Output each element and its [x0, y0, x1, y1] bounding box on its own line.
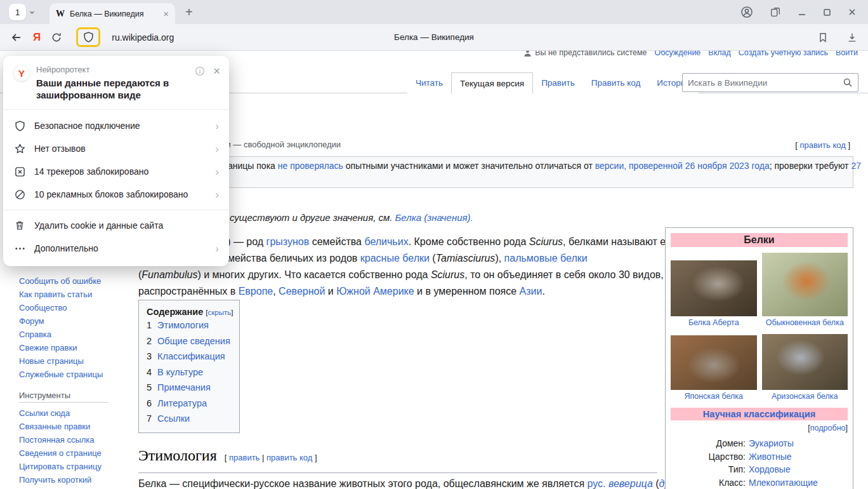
image-caption-link[interactable]: Белка Аберта	[671, 318, 757, 328]
wiki-link[interactable]: скрыть	[208, 309, 232, 316]
panels-icon[interactable]	[770, 6, 781, 18]
tab-close-icon[interactable]: ×	[163, 9, 169, 18]
section-edit-links: [ править | править код ]	[225, 453, 317, 462]
wiki-link[interactable]: пальмовые белки	[504, 253, 588, 264]
wiki-link[interactable]: править код	[799, 140, 845, 150]
popup-close-icon[interactable]: ×	[213, 67, 220, 76]
search-input[interactable]	[688, 78, 843, 88]
avatar-icon[interactable]	[740, 6, 753, 18]
sidebar-link[interactable]: Свежие правки	[19, 341, 131, 354]
image-caption-link[interactable]: Аризонская белка	[762, 392, 848, 401]
wiki-link[interactable]: грызунов	[266, 236, 310, 247]
taxon-value-link[interactable]: Хордовые	[749, 463, 791, 476]
back-button[interactable]	[10, 31, 23, 44]
sidebar-link[interactable]: Справка	[19, 328, 131, 341]
sidebar-link[interactable]: Сведения о странице	[19, 446, 131, 460]
downloads-icon[interactable]	[846, 32, 858, 43]
chevron-right-icon: ›	[215, 144, 219, 154]
wiki-link[interactable]: беличьих	[364, 236, 408, 247]
protect-shield-button[interactable]	[82, 31, 95, 43]
popup-item-3[interactable]: 14 трекеров заблокировано›	[3, 160, 229, 183]
wiki-link[interactable]: править	[229, 453, 260, 462]
text-run: .	[542, 286, 544, 297]
popup-item-4[interactable]: 10 рекламных блоков заблокировано›	[3, 183, 229, 206]
search-icon[interactable]	[843, 77, 853, 88]
sidebar-link[interactable]: Как править статьи	[19, 288, 131, 301]
popup-item-2[interactable]: Нет отзывов›	[3, 137, 229, 160]
wiki-link[interactable]: 27	[851, 161, 861, 171]
bookmark-flag-icon[interactable]	[817, 32, 829, 43]
toc-item-link[interactable]: Классификация	[157, 349, 225, 365]
wiki-link[interactable]: веверица	[608, 478, 653, 489]
wiki-link[interactable]: не проверялась	[278, 161, 343, 171]
personal-link[interactable]: Создать учетную запись	[739, 51, 828, 57]
squirrel-image[interactable]	[671, 335, 757, 390]
chevron-right-icon: ›	[215, 166, 219, 177]
maximize-button[interactable]	[823, 8, 831, 17]
popup-item-1[interactable]: Безопасное подключение›	[3, 114, 229, 137]
wiki-link[interactable]: править код	[266, 453, 312, 462]
toc-item-link[interactable]: В культуре	[157, 365, 203, 380]
sidebar-link[interactable]: Сообщить об ошибке	[19, 274, 131, 288]
taxobox-classification-header[interactable]: Научная классификация	[671, 408, 848, 420]
toc-item: 1Этимология	[147, 318, 232, 333]
toc-item-link[interactable]: Ссылки	[157, 411, 190, 427]
toc-item: 4В культуре	[147, 365, 232, 380]
taxon-value-link[interactable]: Эукариоты	[749, 437, 794, 450]
minimize-button[interactable]	[798, 8, 806, 17]
sidebar-link[interactable]: Получить короткий	[19, 473, 131, 486]
squirrel-image[interactable]	[762, 334, 848, 390]
wiki-link[interactable]: Азии	[520, 286, 542, 297]
toc-item-link[interactable]: Примечания	[157, 380, 211, 396]
sidebar-link[interactable]: Связанные правки	[19, 420, 131, 433]
info-icon[interactable]	[195, 66, 205, 76]
chevron-down-icon[interactable]	[29, 9, 36, 16]
chevron-right-icon: ›	[215, 189, 219, 200]
tab-counter-button[interactable]: 1	[9, 4, 26, 20]
browser-tab[interactable]: W Белка — Википедия ×	[49, 3, 175, 24]
personal-link[interactable]: Войти	[836, 51, 858, 57]
sidebar-link[interactable]: Новые страницы	[19, 354, 131, 368]
sidebar-link[interactable]: Сообщество	[19, 301, 131, 314]
sidebar-link[interactable]: Цитировать страницу	[19, 460, 131, 473]
popup-item-6[interactable]: Дополнительно›	[3, 237, 229, 260]
etymology-first-line: Белка — специфически-русское название жи…	[138, 478, 676, 489]
taxon-rank-label: Тип:	[671, 463, 746, 476]
wiki-link[interactable]: версии, проверенной 26 ноября 2023 года	[595, 161, 770, 171]
wiki-link[interactable]: Северной	[279, 286, 325, 297]
squirrel-image[interactable]	[762, 253, 848, 316]
wiki-link[interactable]: Белка (значения).	[395, 212, 473, 223]
wiki-tab[interactable]: Текущая версия	[451, 72, 533, 94]
yandex-button[interactable]: Я	[33, 31, 41, 44]
personal-link[interactable]: Обсуждение	[654, 51, 700, 57]
squirrel-image[interactable]	[671, 260, 757, 316]
wiki-link[interactable]: Европе	[239, 286, 273, 297]
wiki-tab[interactable]: Править код	[583, 72, 649, 93]
personal-link[interactable]: Вклад	[708, 51, 731, 57]
taxobox-rows: Домен:ЭукариотыЦарство:ЖивотныеТип:Хордо…	[671, 437, 848, 489]
refresh-button[interactable]	[51, 32, 62, 43]
popup-header: Y Нейропротект Ваши данные передаются в …	[3, 56, 229, 110]
wiki-tab[interactable]: Править	[533, 72, 583, 93]
sidebar-link[interactable]: Постоянная ссылка	[19, 433, 131, 446]
sidebar-link[interactable]: Ссылки сюда	[19, 406, 131, 420]
toc-item-link[interactable]: Литература	[157, 396, 207, 412]
taxon-value-link[interactable]: Млекопитающие	[749, 476, 818, 489]
tracker-blocked-icon	[13, 166, 26, 178]
wiki-link[interactable]: подробно	[810, 424, 846, 432]
new-tab-button[interactable]: +	[185, 6, 193, 18]
address-bar-url[interactable]: ru.wikipedia.org	[112, 32, 174, 43]
wiki-link[interactable]: рус.	[588, 478, 606, 489]
image-caption-link[interactable]: Японская белка	[671, 392, 757, 401]
wiki-link[interactable]: красные белки	[360, 253, 430, 264]
sidebar-link[interactable]: Форум	[19, 314, 131, 328]
popup-item-5[interactable]: Удалить cookie и данные сайта	[3, 214, 229, 237]
toc-item-link[interactable]: Общие сведения	[157, 333, 230, 349]
image-caption-link[interactable]: Обыкновенная белка	[762, 318, 848, 328]
wiki-tab[interactable]: Читать	[407, 72, 451, 93]
wiki-link[interactable]: Южной Америке	[336, 286, 414, 297]
sidebar-link[interactable]: Служебные страницы	[19, 368, 131, 381]
taxon-value-link[interactable]: Животные	[749, 450, 792, 464]
toc-item-link[interactable]: Этимология	[157, 318, 209, 333]
close-button[interactable]	[848, 8, 857, 17]
